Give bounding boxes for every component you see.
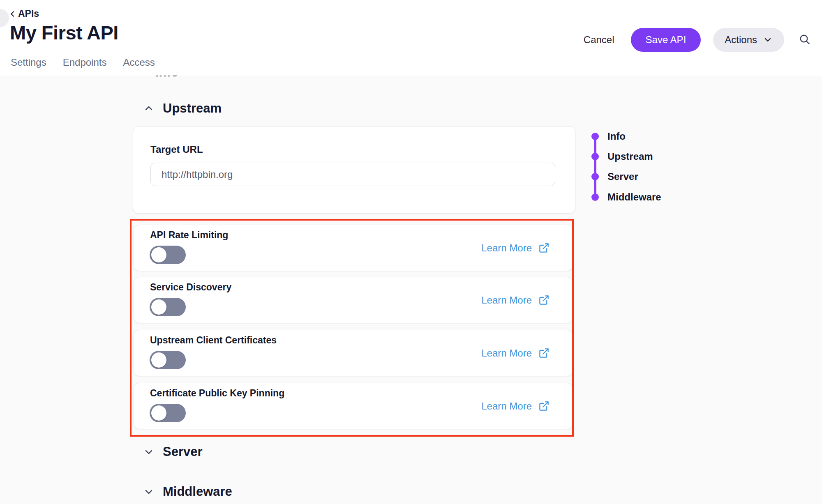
save-api-button[interactable]: Save API: [631, 28, 701, 52]
section-label-upstream: Upstream: [163, 101, 222, 116]
breadcrumb-label: APIs: [18, 8, 39, 19]
certificate-public-key-pinning-learn-more-link[interactable]: Learn More: [481, 400, 550, 412]
actions-button[interactable]: Actions: [713, 28, 784, 52]
search-icon: [798, 33, 811, 47]
nav-dot-icon: [591, 193, 599, 201]
toggle-knob: [151, 299, 166, 315]
external-link-icon: [538, 295, 550, 306]
content-area: Info Upstream Target URL API Rate Limiti…: [0, 76, 822, 504]
breadcrumb-back-apis[interactable]: APIs: [8, 8, 39, 19]
nav-dot-icon: [591, 133, 599, 140]
chevron-up-icon: [143, 103, 155, 114]
api-rate-limiting-card: API Rate Limiting Learn More: [134, 225, 573, 271]
section-header-server[interactable]: Server: [143, 444, 203, 459]
actions-button-label: Actions: [725, 34, 757, 46]
section-label-middleware: Middleware: [163, 484, 232, 499]
chevron-down-icon: [763, 35, 773, 45]
chevron-down-icon: [143, 446, 155, 458]
external-link-icon: [538, 400, 550, 412]
page-header: APIs My First API Settings Endpoints Acc…: [0, 0, 822, 75]
external-link-icon: [538, 242, 550, 253]
chevron-down-icon: [143, 486, 155, 497]
tab-settings[interactable]: Settings: [11, 57, 46, 74]
header-actions: Cancel Save API Actions: [580, 28, 813, 52]
search-button[interactable]: [797, 31, 813, 49]
service-discovery-toggle[interactable]: [150, 298, 186, 316]
certificate-public-key-pinning-label: Certificate Public Key Pinning: [150, 388, 284, 399]
service-discovery-label: Service Discovery: [150, 282, 231, 293]
learn-more-label: Learn More: [481, 242, 532, 254]
toggle-knob: [151, 247, 166, 262]
section-label-info: Info: [155, 76, 179, 80]
certificate-public-key-pinning-card: Certificate Public Key Pinning Learn Mor…: [134, 383, 573, 429]
certificate-public-key-pinning-toggle[interactable]: [150, 404, 186, 422]
toggle-knob: [151, 405, 166, 421]
nav-item-label: Info: [607, 131, 626, 142]
api-rate-limiting-label: API Rate Limiting: [150, 230, 228, 241]
api-rate-limiting-toggle[interactable]: [150, 246, 186, 264]
target-url-input[interactable]: [150, 163, 555, 186]
tab-endpoints[interactable]: Endpoints: [63, 57, 107, 74]
section-header-info[interactable]: Info: [155, 76, 179, 80]
learn-more-label: Learn More: [481, 348, 532, 359]
nav-dot-icon: [591, 153, 599, 160]
learn-more-label: Learn More: [481, 295, 532, 306]
target-url-label: Target URL: [150, 144, 203, 155]
upstream-client-certificates-label: Upstream Client Certificates: [150, 335, 277, 346]
service-discovery-learn-more-link[interactable]: Learn More: [481, 295, 550, 306]
section-header-middleware[interactable]: Middleware: [143, 484, 232, 499]
api-rate-limiting-learn-more-link[interactable]: Learn More: [481, 242, 550, 254]
learn-more-label: Learn More: [481, 400, 532, 412]
nav-dot-icon: [591, 173, 599, 180]
upstream-client-certificates-card: Upstream Client Certificates Learn More: [134, 330, 573, 376]
cancel-button[interactable]: Cancel: [580, 34, 619, 46]
nav-item-label: Server: [607, 171, 638, 182]
service-discovery-card: Service Discovery Learn More: [134, 277, 573, 323]
upstream-client-certificates-learn-more-link[interactable]: Learn More: [481, 348, 550, 359]
upstream-client-certificates-toggle[interactable]: [150, 351, 186, 369]
section-navigator-rail: [594, 136, 596, 197]
target-url-card: Target URL: [133, 126, 575, 214]
floating-helper-circle[interactable]: [0, 9, 9, 27]
tab-access[interactable]: Access: [123, 57, 155, 74]
section-label-server: Server: [163, 444, 203, 459]
nav-item-label: Middleware: [607, 191, 661, 203]
chevron-left-icon: [8, 9, 17, 18]
external-link-icon: [538, 348, 550, 359]
section-header-upstream[interactable]: Upstream: [143, 101, 222, 116]
tab-bar: Settings Endpoints Access: [11, 57, 155, 74]
nav-item-label: Upstream: [607, 151, 653, 162]
toggle-knob: [151, 352, 166, 368]
page-title: My First API: [10, 21, 118, 44]
